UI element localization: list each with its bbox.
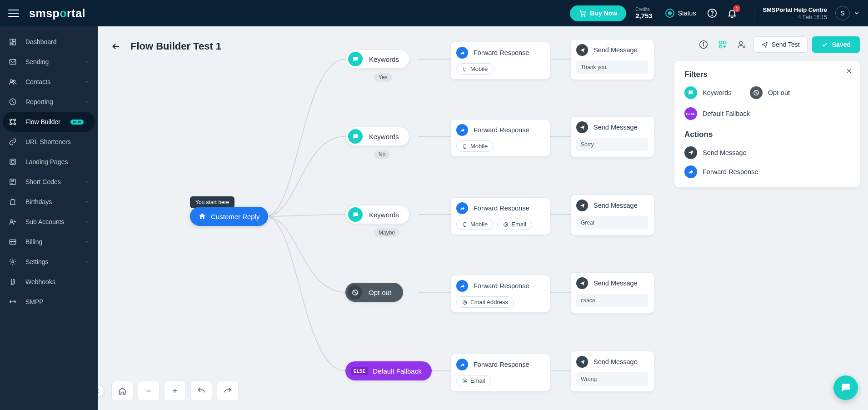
- assign-user-icon[interactable]: 1: [734, 37, 749, 52]
- forward-response-card[interactable]: Forward ResponseMobile: [450, 42, 550, 80]
- user-menu[interactable]: S: [835, 6, 860, 20]
- send-message-card[interactable]: Send Messagecsaca: [570, 272, 654, 313]
- nav-short-codes[interactable]: Short Codes: [0, 172, 98, 192]
- close-panel-button[interactable]: [845, 67, 853, 75]
- page-title: Flow Builder Test 1: [130, 40, 221, 52]
- filter-keywords-node[interactable]: Keywords: [345, 50, 409, 69]
- chevron-down-icon: [84, 259, 90, 265]
- else-badge: ELSE: [351, 367, 368, 375]
- redo-button[interactable]: [217, 381, 239, 401]
- filter-fallback-node[interactable]: ELSEDefault Fallback: [345, 361, 432, 380]
- check-icon: [821, 41, 828, 48]
- send-message-card[interactable]: Send MessageThank you.: [570, 39, 654, 80]
- filter-keywords-node[interactable]: Keywords: [345, 205, 409, 224]
- chevron-down-icon: [84, 99, 90, 105]
- root-node-customer-reply[interactable]: Customer Reply: [190, 207, 268, 226]
- chat-icon: [348, 52, 363, 66]
- nav-dashboard[interactable]: Dashboard: [0, 32, 98, 52]
- home-view-button[interactable]: [111, 381, 133, 401]
- nav-label: Sending: [25, 58, 49, 65]
- chat-fab[interactable]: [833, 375, 858, 400]
- nav-settings[interactable]: Settings: [0, 252, 98, 272]
- svg-point-6: [13, 80, 15, 82]
- saved-button[interactable]: Saved: [812, 36, 860, 53]
- nav-icon: [8, 77, 17, 86]
- add-node-icon[interactable]: [715, 37, 730, 52]
- nav-label: Landing Pages: [25, 158, 68, 165]
- svg-line-52: [754, 91, 758, 95]
- zoom-out-button[interactable]: −: [138, 381, 160, 401]
- top-bar: smsportal Buy Now Credits 2,753 Status 1…: [0, 0, 868, 26]
- nav-url-shorteners[interactable]: URL Shorteners: [0, 132, 98, 152]
- svg-rect-4: [10, 60, 16, 65]
- user-avatar: S: [835, 6, 850, 20]
- block-icon: [348, 285, 362, 300]
- send-message-card[interactable]: Send MessageGreat: [570, 195, 654, 235]
- svg-point-0: [581, 15, 582, 16]
- filter-keywords-node[interactable]: Keywords: [345, 127, 409, 146]
- undo-button[interactable]: [190, 381, 212, 401]
- palette-send-message[interactable]: Send Message: [684, 146, 747, 159]
- chat-icon: [348, 207, 363, 222]
- nav-icon: [8, 197, 17, 206]
- nav-label: Webhooks: [25, 278, 55, 285]
- status-indicator[interactable]: Status: [665, 9, 696, 18]
- nav-label: SMPP: [25, 298, 44, 305]
- forward-icon: [456, 280, 468, 292]
- nav-flow-builder[interactable]: Flow BuilderNEW: [3, 112, 95, 132]
- forward-response-card[interactable]: Forward ResponseEmail Address: [450, 275, 550, 313]
- forward-icon: [456, 124, 468, 136]
- nav-icon: [8, 137, 17, 146]
- forward-response-card[interactable]: Forward ResponseMobile: [450, 119, 550, 157]
- sidebar-collapse-button[interactable]: [98, 385, 104, 397]
- nav-landing-pages[interactable]: Landing Pages: [0, 152, 98, 172]
- nav-webhooks[interactable]: Webhooks: [0, 272, 98, 292]
- nav-icon: [8, 297, 17, 306]
- channel-chip: Email: [497, 219, 532, 230]
- nav-billing[interactable]: Billing: [0, 232, 98, 252]
- chevron-down-icon: [84, 239, 90, 245]
- filter-optout-node[interactable]: Opt-out: [345, 283, 403, 302]
- chevron-down-icon: [84, 199, 90, 205]
- svg-point-11: [14, 123, 16, 125]
- buy-now-button[interactable]: Buy Now: [570, 5, 626, 21]
- palette-default-fallback[interactable]: ELSE Default Fallback: [684, 107, 750, 120]
- back-button[interactable]: [110, 40, 122, 53]
- palette-keywords[interactable]: Keywords: [684, 86, 732, 99]
- nav-smpp[interactable]: SMPP: [0, 292, 98, 312]
- nav-icon: [8, 217, 17, 226]
- palette-optout[interactable]: Opt-out: [750, 86, 790, 99]
- send-message-card[interactable]: Send MessageSorry.: [570, 116, 654, 157]
- keyword-tag: No: [374, 150, 390, 159]
- help-icon[interactable]: [706, 7, 718, 20]
- svg-point-39: [463, 300, 467, 304]
- svg-rect-13: [11, 160, 14, 163]
- nav-sub-accounts[interactable]: Sub Accounts: [0, 212, 98, 232]
- nav-contacts[interactable]: Contacts: [0, 72, 98, 92]
- nav-icon: [8, 97, 17, 106]
- send-message-card[interactable]: Send MessageWrong: [570, 351, 654, 392]
- notifications-bell[interactable]: 1: [726, 7, 738, 20]
- chevron-down-icon: [84, 179, 90, 185]
- forward-response-card[interactable]: Forward ResponseEmail: [450, 354, 550, 391]
- svg-point-40: [464, 301, 466, 303]
- forward-icon: [456, 359, 468, 370]
- hamburger-menu[interactable]: [8, 8, 19, 19]
- nav-icon: [8, 277, 17, 286]
- cart-icon: [579, 10, 586, 17]
- help-centre-info[interactable]: SMSPortal Help Centre 4 Feb 16:15: [763, 6, 827, 20]
- svg-rect-48: [719, 45, 722, 48]
- zoom-in-button[interactable]: +: [164, 381, 186, 401]
- channel-chip: Mobile: [456, 63, 494, 75]
- nav-birthdays[interactable]: Birthdays: [0, 192, 98, 212]
- credits-display: Credits 2,753: [635, 7, 653, 20]
- info-icon[interactable]: [696, 37, 711, 52]
- palette-forward-response[interactable]: Forward Response: [684, 165, 758, 178]
- nav-sending[interactable]: Sending: [0, 52, 98, 72]
- nav-reporting[interactable]: Reporting: [0, 92, 98, 112]
- send-test-button[interactable]: Send Test: [753, 36, 808, 53]
- svg-point-42: [464, 380, 466, 382]
- forward-response-card[interactable]: Forward ResponseMobileEmail: [450, 197, 550, 235]
- svg-point-49: [739, 41, 743, 45]
- home-icon: [198, 212, 206, 220]
